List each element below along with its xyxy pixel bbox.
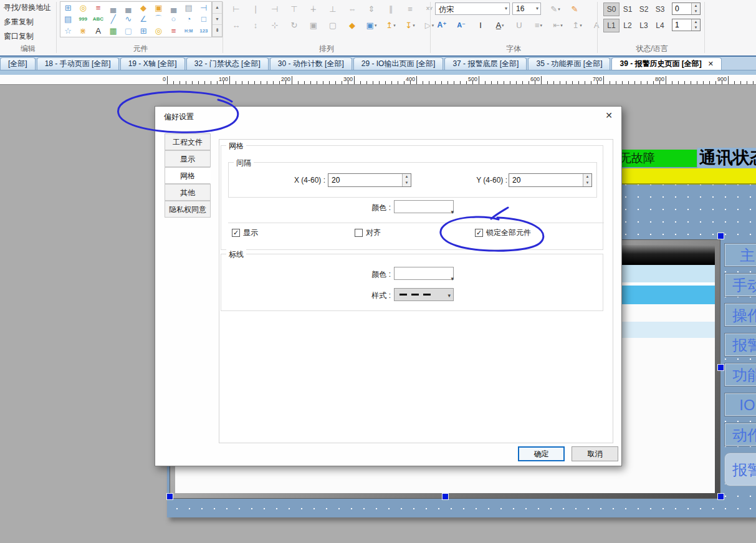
h-align-icon[interactable]: ⇤▾ xyxy=(551,19,565,31)
pin-icon[interactable]: ◆ xyxy=(345,19,359,31)
italic-icon[interactable]: I xyxy=(474,19,487,31)
spin-up-icon[interactable]: ▲ xyxy=(403,174,411,180)
window-widget-icon[interactable]: ▣ xyxy=(151,2,165,13)
checkbox-box[interactable] xyxy=(355,229,363,237)
stack-widget-icon[interactable]: ▤ xyxy=(182,2,196,13)
spin-down-icon[interactable]: ▼ xyxy=(692,25,700,31)
font-size-select[interactable]: 16 ▾ xyxy=(512,2,541,15)
state-s1-button[interactable]: S1 xyxy=(620,2,636,16)
page-tab[interactable]: [全部] xyxy=(0,57,36,70)
nav-button-function[interactable]: 功能 xyxy=(724,363,756,387)
align-top-icon[interactable]: ⊤ xyxy=(287,3,301,14)
align-center-h-icon[interactable]: ∣ xyxy=(249,3,262,14)
decrease-font-icon[interactable]: A⁻ xyxy=(454,19,468,31)
spin-down-icon[interactable]: ▼ xyxy=(403,180,411,186)
ungroup-icon[interactable]: ▢ xyxy=(326,19,340,31)
find-replace-address-item[interactable]: 寻找/替换地址 xyxy=(4,2,50,13)
layer-order-icon[interactable]: ▣▾ xyxy=(365,19,378,31)
fill-parent-icon[interactable]: ⊹ xyxy=(268,19,282,31)
dialog-tab-display[interactable]: 显示 xyxy=(165,150,211,167)
rays-widget-icon[interactable]: ⋇ xyxy=(76,26,90,36)
comm-status-label-element[interactable]: 通讯状态 xyxy=(697,148,756,168)
list-widget-icon[interactable]: ▤ xyxy=(61,14,75,24)
page-tab[interactable]: 19 - X轴 [全部] xyxy=(120,57,185,70)
multi-copy-item[interactable]: 多重复制 xyxy=(4,17,34,27)
palette-scroll-up-icon[interactable]: ▲ xyxy=(213,2,222,14)
palette-more-icon[interactable]: ⇟ xyxy=(213,25,222,37)
spin-up-icon[interactable]: ▲ xyxy=(583,174,591,180)
rotate-icon[interactable]: ↻ xyxy=(287,19,301,31)
send-back-icon[interactable]: ↧▾ xyxy=(403,19,417,31)
equal-width-icon[interactable]: ⇔ xyxy=(345,3,359,14)
valve-widget-icon[interactable]: ◆ xyxy=(136,2,150,13)
picture-widget-icon[interactable]: ▦ xyxy=(107,26,120,36)
dialog-tab-project-file[interactable]: 工程文件 xyxy=(165,133,211,150)
snap-grid-checkbox[interactable]: 对齐 xyxy=(355,228,381,238)
checkbox-box[interactable]: ✓ xyxy=(232,229,240,237)
window-copy-item[interactable]: 窗口复制 xyxy=(4,31,34,42)
panel-widget-icon[interactable]: ▢ xyxy=(122,26,135,36)
rect-shape-icon[interactable]: □ xyxy=(197,14,211,24)
selection-handle[interactable] xyxy=(167,494,173,499)
cancel-button[interactable]: 取消 xyxy=(572,446,618,461)
align-middle-icon[interactable]: ∔ xyxy=(307,3,320,14)
lamp2-widget-icon[interactable]: ◎ xyxy=(151,26,165,36)
polyline-shape-icon[interactable]: ∠ xyxy=(136,14,150,24)
increase-font-icon[interactable]: A⁺ xyxy=(435,19,449,31)
font-color-icon[interactable]: A̲▾ xyxy=(493,19,507,31)
ok-button[interactable]: 确定 xyxy=(518,446,565,461)
group-icon[interactable]: ▣ xyxy=(307,19,320,31)
language-l3-button[interactable]: L3 xyxy=(636,19,652,32)
text-align-icon[interactable]: ≡▾ xyxy=(532,19,545,31)
checkbox-box[interactable]: ✓ xyxy=(475,229,483,237)
nav-button-manual[interactable]: 手动 xyxy=(724,273,756,297)
spin-down-icon[interactable]: ▼ xyxy=(692,9,700,14)
nav-button-alarm[interactable]: 报警 xyxy=(724,333,756,357)
star-shape-icon[interactable]: ☆ xyxy=(61,26,75,36)
page-tab[interactable]: 35 - 功能界面 [全部] xyxy=(528,57,610,70)
gauge-widget-icon[interactable]: ▄ xyxy=(166,2,180,13)
language-l4-button[interactable]: L4 xyxy=(652,19,668,32)
nav-button-action[interactable]: 动作 xyxy=(724,423,756,446)
page-tab[interactable]: 30 - 动作计数 [全部] xyxy=(270,57,352,70)
function-key-widget-icon[interactable]: ▄ xyxy=(107,2,120,13)
page-tab-active[interactable]: 39 - 报警历史页面 [全部]✕ xyxy=(611,57,722,70)
spin-up-icon[interactable]: ▲ xyxy=(692,3,700,9)
spin-up-icon[interactable]: ▲ xyxy=(692,19,700,25)
selection-handle[interactable] xyxy=(718,365,724,370)
grid-x-input[interactable]: 20 ▲▼ xyxy=(328,173,411,187)
format-brush-icon[interactable]: ✎▾ xyxy=(548,3,562,14)
stretch-v-icon[interactable]: ↕ xyxy=(249,19,262,31)
close-icon[interactable]: ✕ xyxy=(605,110,613,120)
resize-xy-icon[interactable]: XY xyxy=(423,3,436,14)
bring-front-icon[interactable]: ↥▾ xyxy=(384,19,398,31)
guide-color-dropdown[interactable]: ▾ xyxy=(394,267,454,280)
lock-all-elements-checkbox[interactable]: ✓ 锁定全部元件 xyxy=(475,228,531,238)
selection-handle[interactable] xyxy=(718,494,724,499)
show-grid-checkbox[interactable]: ✓ 显示 xyxy=(232,228,258,238)
numeric-key-widget-icon[interactable]: ▄ xyxy=(122,2,135,13)
state-s2-button[interactable]: S2 xyxy=(636,2,652,16)
nav-button-io[interactable]: IO xyxy=(724,393,756,416)
space-evenly-v-icon[interactable]: ≡ xyxy=(403,3,417,14)
align-bottom-icon[interactable]: ⊥ xyxy=(326,3,340,14)
selection-handle[interactable] xyxy=(718,233,724,239)
selection-handle[interactable] xyxy=(443,494,448,499)
state-s3-button[interactable]: S3 xyxy=(652,2,668,16)
language-number-stepper[interactable]: 1 ▲▼ xyxy=(672,19,701,31)
nav-button-operate[interactable]: 操作 xyxy=(724,303,756,327)
font-family-select[interactable]: 仿宋 ▾ xyxy=(435,2,510,15)
spin-down-icon[interactable]: ▼ xyxy=(583,180,591,186)
nav-button-main[interactable]: 主 xyxy=(724,243,756,267)
arc-shape-icon[interactable]: ⌒ xyxy=(151,14,165,24)
slider-widget-icon[interactable]: ⊣ xyxy=(197,2,211,13)
grid-table-widget-icon[interactable]: ⊞ xyxy=(136,26,150,36)
grid-y-input[interactable]: 20 ▲▼ xyxy=(509,173,592,187)
page-tab[interactable]: 37 - 报警底层 [全部] xyxy=(444,57,527,70)
text-display-widget-icon[interactable]: ABC xyxy=(91,14,105,24)
flip-icon[interactable]: ▷▾ xyxy=(423,19,436,31)
line-shape-icon[interactable]: ╱ xyxy=(107,14,120,24)
dialog-tab-other[interactable]: 其他 xyxy=(165,184,211,201)
page-tab[interactable]: 29 - IO输出页面 [全部] xyxy=(353,57,444,70)
dialog-tab-privacy[interactable]: 隐私权同意 xyxy=(165,201,211,218)
